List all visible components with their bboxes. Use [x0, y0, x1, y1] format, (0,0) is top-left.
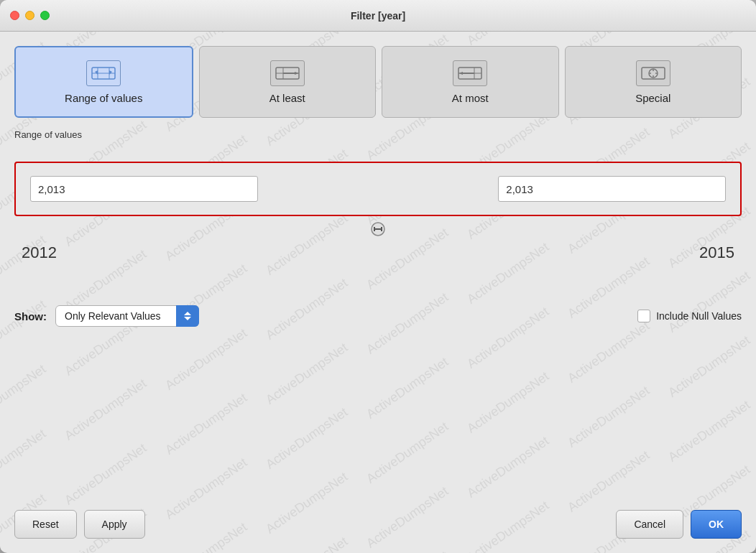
reset-button[interactable]: Reset: [14, 510, 77, 539]
svg-marker-4: [95, 70, 98, 75]
dialog-content: Range of values At least: [0, 32, 756, 553]
svg-marker-5: [109, 70, 112, 75]
maximize-button[interactable]: [40, 11, 50, 20]
tab-range-label: Range of values: [65, 92, 142, 104]
apply-button[interactable]: Apply: [84, 510, 145, 539]
null-values-group: Include Null Values: [637, 310, 742, 322]
tabs-row: Range of values At least: [14, 46, 742, 118]
svg-marker-14: [458, 72, 463, 75]
minimize-button[interactable]: [25, 11, 34, 20]
at-least-icon: [270, 60, 305, 86]
titlebar: Filter [year]: [0, 0, 756, 32]
show-select-wrapper: Only Relevant Values All Values: [55, 305, 199, 327]
cancel-button[interactable]: Cancel: [616, 510, 683, 539]
null-values-label: Include Null Values: [656, 310, 742, 322]
range-container: [14, 162, 742, 216]
range-labels: 2012 2015: [14, 243, 742, 262]
tab-at-least-label: At least: [269, 92, 305, 104]
bottom-buttons-row: Reset Apply Cancel OK: [14, 503, 742, 539]
section-label: Range of values: [14, 129, 742, 140]
range-max-input[interactable]: [498, 176, 726, 202]
close-button[interactable]: [10, 11, 19, 20]
range-label-min: 2012: [22, 243, 57, 262]
svg-marker-9: [295, 72, 299, 75]
tab-at-least[interactable]: At least: [199, 46, 377, 118]
range-label-max: 2015: [699, 243, 734, 262]
tab-at-most[interactable]: At most: [382, 46, 559, 118]
show-select[interactable]: Only Relevant Values All Values: [55, 305, 199, 327]
slider-handle-icon: [364, 220, 392, 238]
show-row: Show: Only Relevant Values All Values In…: [14, 305, 742, 327]
at-most-icon: [453, 60, 487, 86]
tab-special[interactable]: Special: [565, 46, 742, 118]
ok-button[interactable]: OK: [691, 510, 742, 539]
null-values-checkbox[interactable]: [637, 310, 650, 322]
traffic-lights: [10, 11, 50, 20]
range-of-values-icon: [86, 60, 121, 86]
tab-range-of-values[interactable]: Range of values: [14, 46, 193, 118]
special-icon: [636, 60, 670, 86]
range-min-input[interactable]: [30, 176, 258, 202]
tab-special-label: Special: [635, 92, 670, 104]
window-title: Filter [year]: [351, 10, 405, 22]
show-label: Show:: [14, 310, 47, 322]
tab-at-most-label: At most: [452, 92, 489, 104]
filter-dialog: (function() { const wm = document.queryS…: [0, 0, 756, 553]
